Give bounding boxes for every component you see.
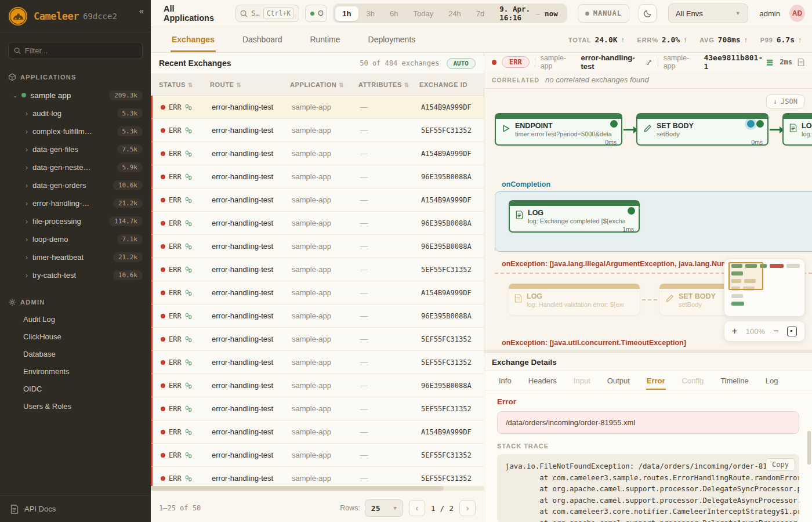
admin-menu-item[interactable]: OIDC: [0, 380, 151, 397]
details-tab[interactable]: Output: [607, 372, 630, 390]
time-range-option[interactable]: 24h: [441, 6, 468, 21]
flow-minimap[interactable]: [724, 259, 805, 317]
table-row[interactable]: ERR error-handling-test sample-app — 96E…: [151, 165, 484, 188]
detail-exchange-id[interactable]: 43ee9811b801-1: [704, 53, 773, 71]
fit-view-button[interactable]: [787, 327, 797, 336]
time-range-option[interactable]: 6h: [383, 6, 405, 21]
details-tab[interactable]: Error: [646, 372, 666, 390]
table-row[interactable]: ERR error-handling-test sample-app — A15…: [151, 420, 484, 444]
column-header[interactable]: ATTRIBUTES ⇅: [358, 81, 419, 88]
admin-menu-item[interactable]: ClickHouse: [0, 328, 151, 345]
stack-trace-block[interactable]: java.io.FileNotFoundException: /data/ord…: [497, 454, 799, 522]
vertical-scrollbar[interactable]: [807, 431, 811, 465]
count-badge: 10.6k: [113, 180, 143, 190]
sidebar-route-item[interactable]: › complex-fulfillm… 5.3k: [0, 122, 151, 140]
collapse-sidebar-icon[interactable]: «: [139, 6, 144, 16]
table-row[interactable]: ERR error-handling-test sample-app — A15…: [151, 142, 484, 165]
main-tab[interactable]: Dashboard: [241, 28, 284, 52]
table-row[interactable]: ERR error-handling-test sample-app — 5EF…: [151, 328, 484, 351]
table-row[interactable]: ERR error-handling-test sample-app — 5EF…: [151, 444, 484, 467]
table-row[interactable]: ERR error-handling-test sample-app — 5EF…: [151, 119, 484, 142]
document-icon[interactable]: [798, 58, 804, 67]
search-shortcut: Ctrl+K: [263, 8, 295, 19]
zoom-in-button[interactable]: +: [732, 326, 737, 336]
sidebar-route-item[interactable]: › audit-log 5.3k: [0, 104, 151, 122]
sidebar-route-item[interactable]: › timer-heartbeat 21.2k: [0, 248, 151, 266]
time-range-option[interactable]: Today: [406, 6, 440, 21]
count-badge: 7.1k: [117, 234, 143, 244]
time-range-options: 1h3h6hToday24h7d: [335, 6, 491, 21]
sidebar-item-sample-app[interactable]: ⌄ sample app 209.3k: [0, 86, 151, 104]
trend-arrow-icon: ↑: [621, 36, 625, 44]
prev-page-button[interactable]: ‹: [409, 500, 425, 516]
flow-node-log[interactable]: LOG log: Sta: [782, 113, 812, 146]
main-tab[interactable]: Deployments: [367, 28, 417, 52]
details-tab[interactable]: Timeline: [720, 372, 749, 390]
rows-per-page-select[interactable]: 25 ▼: [365, 499, 403, 517]
api-docs-link[interactable]: API Docs: [0, 495, 151, 522]
admin-menu-item[interactable]: Environments: [0, 362, 151, 380]
details-tab[interactable]: Input: [573, 372, 591, 390]
details-tab[interactable]: Info: [498, 372, 512, 390]
table-row[interactable]: ERR error-handling-test sample-app — 5EF…: [151, 397, 484, 420]
detail-route-name[interactable]: error-handling-test: [581, 53, 652, 71]
count-badge: 5.3k: [117, 126, 143, 136]
horizontal-scrollbar[interactable]: [151, 486, 484, 491]
zoom-out-button[interactable]: −: [773, 326, 778, 336]
flow-node-endpoint[interactable]: ENDPOINT timer:errorTest?period=5000&del…: [495, 113, 622, 146]
sidebar-route-item[interactable]: › data-gen-neste… 5.9k: [0, 158, 151, 176]
live-status-pill[interactable]: O: [305, 5, 327, 22]
sidebar-filter[interactable]: [8, 42, 143, 59]
sidebar-route-item[interactable]: › data-gen-files 7.5k: [0, 140, 151, 158]
table-row[interactable]: ERR error-handling-test sample-app — 96E…: [151, 235, 484, 258]
status-badge: ERR: [502, 56, 530, 68]
auto-refresh-badge[interactable]: AUTO: [447, 58, 476, 69]
flow-canvas[interactable]: ↓JSON ENDPOINT timer:errorTest?period=50…: [484, 89, 812, 350]
details-tab[interactable]: Log: [765, 372, 779, 390]
time-range-option[interactable]: 3h: [360, 6, 382, 21]
download-json-button[interactable]: ↓JSON: [766, 95, 804, 108]
table-row[interactable]: ERR error-handling-test sample-app — A15…: [151, 188, 484, 212]
minimap-viewport[interactable]: [728, 262, 763, 290]
sidebar-route-item[interactable]: › try-catch-test 10.6k: [0, 266, 151, 284]
sidebar-route-item[interactable]: › error-handling-… 21.2k: [0, 194, 151, 212]
time-range-option[interactable]: 1h: [335, 6, 358, 21]
table-row[interactable]: ERR error-handling-test sample-app — 5EF…: [151, 258, 484, 281]
sidebar-route-item[interactable]: › data-gen-orders 10.6k: [0, 176, 151, 194]
next-page-button[interactable]: ›: [459, 500, 476, 516]
sidebar-route-item[interactable]: › loop-demo 7.1k: [0, 230, 151, 248]
main-tab[interactable]: Exchanges: [171, 28, 216, 52]
details-tab[interactable]: Config: [682, 372, 705, 390]
column-header[interactable]: EXCHANGE ID: [419, 81, 484, 88]
table-row[interactable]: ERR error-handling-test sample-app — A15…: [151, 281, 484, 304]
table-row[interactable]: ERR error-handling-test sample-app — 5EF…: [151, 351, 484, 374]
admin-menu-item[interactable]: Users & Roles: [0, 397, 151, 415]
column-header[interactable]: ROUTE ⇅: [210, 81, 290, 88]
play-icon: [502, 124, 510, 133]
environment-select[interactable]: All Envs ▼: [668, 3, 748, 23]
admin-menu-item[interactable]: Audit Log: [0, 310, 151, 328]
main-tab[interactable]: Runtime: [309, 28, 341, 52]
table-row[interactable]: ERR error-handling-test sample-app — 96E…: [151, 374, 484, 397]
table-row[interactable]: ERR error-handling-test sample-app — A15…: [151, 96, 484, 119]
date-range[interactable]: 9. Apr. 16:16 – now: [492, 5, 564, 22]
zoom-level: 100%: [746, 327, 765, 336]
copy-button[interactable]: Copy: [766, 458, 795, 471]
global-search[interactable]: S… Ctrl+K: [235, 5, 299, 22]
sidebar-route-item[interactable]: › file-processing 114.7k: [0, 212, 151, 230]
exception-log-node[interactable]: LOG log: Handled validation error: ${exc…: [509, 284, 640, 315]
time-range-option[interactable]: 7d: [469, 6, 491, 21]
filter-input[interactable]: [25, 46, 137, 55]
table-row[interactable]: ERR error-handling-test sample-app — 96E…: [151, 304, 484, 328]
manual-refresh-button[interactable]: MANUAL: [578, 4, 629, 23]
table-row[interactable]: ERR error-handling-test sample-app — 96E…: [151, 212, 484, 235]
trace-footprints-icon: [185, 104, 192, 111]
column-header[interactable]: APPLICATION ⇅: [290, 81, 358, 88]
flow-node-setbody[interactable]: SET BODY setBody 0ms: [636, 113, 768, 146]
column-header[interactable]: STATUS ⇅: [159, 81, 210, 88]
dark-mode-toggle[interactable]: [639, 4, 657, 23]
admin-menu-item[interactable]: Database: [0, 345, 151, 362]
on-completion-log-node[interactable]: LOG log: Exchange completed [${exchan 1m…: [509, 200, 640, 233]
details-tab[interactable]: Headers: [528, 372, 557, 390]
avatar[interactable]: AD: [789, 5, 805, 22]
